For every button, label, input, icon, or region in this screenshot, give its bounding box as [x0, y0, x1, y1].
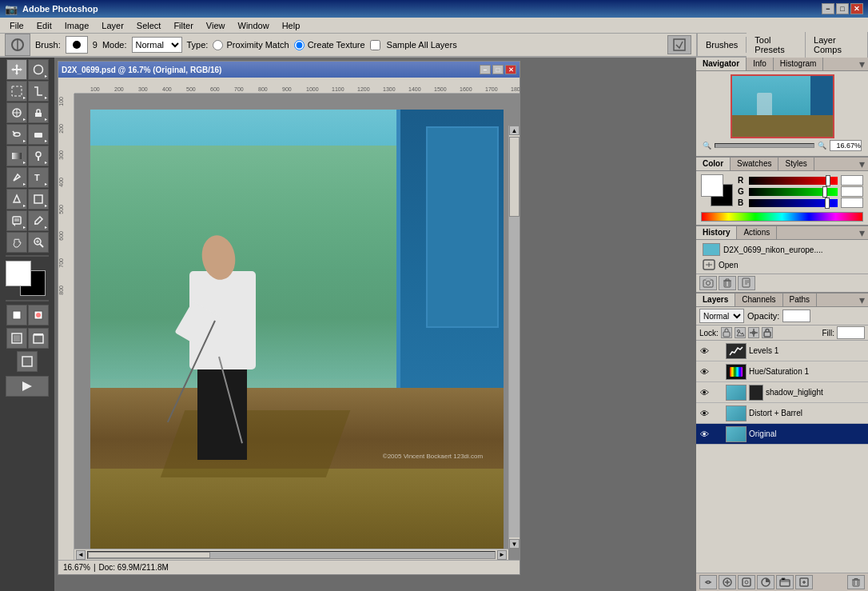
menu-select[interactable]: Select — [130, 19, 168, 32]
menu-window[interactable]: Window — [232, 19, 276, 32]
delete-layer-btn[interactable] — [847, 575, 865, 589]
add-style-btn[interactable] — [719, 575, 736, 589]
layer-eye-shadow[interactable]: 👁 — [699, 387, 710, 398]
fg-color-swatch[interactable] — [701, 174, 723, 197]
tool-healing-brush[interactable]: ▸ — [6, 102, 27, 123]
foreground-color[interactable] — [6, 261, 31, 286]
layer-levels-1[interactable]: 👁 Levels 1 — [696, 341, 868, 361]
normal-screen-btn[interactable] — [6, 328, 27, 349]
history-item-2[interactable]: Open — [699, 258, 865, 272]
v-scroll-thumb[interactable] — [509, 137, 520, 217]
tab-layers[interactable]: Layers — [696, 294, 735, 306]
full-screen-menu-btn[interactable] — [28, 328, 49, 349]
tool-path-select[interactable]: ▸ — [6, 189, 27, 210]
opacity-input[interactable]: 100% — [782, 309, 810, 322]
zoom-in-icon[interactable]: 🔍 — [818, 142, 826, 150]
tool-magic-wand[interactable]: ▸ — [6, 81, 27, 102]
add-adjustment-btn[interactable] — [757, 575, 774, 589]
scroll-right-btn[interactable]: ► — [497, 550, 507, 560]
new-group-btn[interactable] — [776, 575, 794, 589]
g-value[interactable]: 226 — [841, 186, 863, 197]
tab-histogram[interactable]: Histogram — [774, 58, 824, 70]
add-mask-btn[interactable] — [738, 575, 755, 589]
layer-original[interactable]: 👁 Original — [696, 424, 868, 445]
zoom-out-icon[interactable]: 🔍 — [703, 142, 711, 150]
zoom-slider[interactable] — [715, 143, 814, 148]
tool-text[interactable]: T ▸ — [28, 167, 49, 188]
menu-file[interactable]: File — [3, 19, 30, 32]
tool-gradient[interactable]: ▸ — [6, 146, 27, 166]
menu-filter[interactable]: Filter — [167, 19, 199, 32]
lock-transparent-btn[interactable] — [721, 327, 732, 338]
g-slider[interactable] — [749, 188, 838, 196]
link-layers-btn[interactable] — [699, 575, 717, 589]
horizontal-scrollbar[interactable]: ◄ ► — [74, 549, 508, 560]
layer-hue-saturation[interactable]: 👁 Hue/Saturation 1 — [696, 361, 868, 382]
doc-minimize-btn[interactable]: − — [480, 65, 491, 74]
b-slider[interactable] — [749, 199, 838, 207]
close-button[interactable]: ✕ — [850, 3, 863, 14]
doc-restore-btn[interactable]: □ — [492, 65, 504, 74]
menu-layer[interactable]: Layer — [95, 19, 130, 32]
tab-paths[interactable]: Paths — [783, 294, 818, 306]
brush-preview[interactable] — [66, 36, 88, 54]
tool-dodge[interactable]: ▸ — [28, 146, 49, 166]
new-snapshot-btn[interactable] — [699, 276, 717, 290]
r-slider[interactable] — [749, 177, 838, 185]
blend-mode-select[interactable]: Normal Multiply Screen — [699, 309, 744, 323]
maximize-button[interactable]: □ — [836, 3, 849, 14]
layer-eye-original[interactable]: 👁 — [699, 429, 710, 440]
tab-channels[interactable]: Channels — [735, 294, 782, 306]
tab-swatches[interactable]: Swatches — [731, 158, 778, 170]
tool-pen[interactable]: ▸ — [6, 167, 27, 188]
b-value[interactable]: 232 — [841, 198, 863, 208]
history-panel-menu[interactable]: ▾ — [777, 226, 868, 239]
h-scroll-thumb[interactable] — [88, 552, 210, 558]
tab-color[interactable]: Color — [696, 158, 731, 170]
tool-zoom[interactable] — [28, 232, 49, 253]
tool-lasso[interactable]: ▸ — [28, 59, 49, 80]
layer-eye-hue[interactable]: 👁 — [699, 366, 710, 377]
tab-info[interactable]: Info — [747, 58, 774, 70]
doc-close-btn[interactable]: ✕ — [505, 65, 516, 74]
layer-distort[interactable]: 👁 Distort + Barrel — [696, 403, 868, 424]
tool-hand[interactable] — [6, 232, 27, 253]
delete-state-btn[interactable] — [719, 276, 736, 290]
jump-to-imageready[interactable] — [6, 376, 49, 397]
scroll-left-btn[interactable]: ◄ — [76, 550, 86, 560]
tab-layer-comps[interactable]: Layer Comps — [806, 32, 868, 58]
zoom-value-input[interactable] — [830, 140, 862, 151]
vertical-scrollbar[interactable]: ▲ ▼ — [508, 126, 520, 549]
tab-navigator[interactable]: Navigator — [696, 58, 747, 70]
tool-eraser[interactable]: ▸ — [28, 124, 49, 145]
color-panel-menu[interactable]: ▾ — [814, 158, 868, 170]
tool-stamp[interactable]: ▸ — [28, 102, 49, 123]
lock-all-btn[interactable] — [762, 327, 773, 338]
tool-shape[interactable]: ▸ — [28, 189, 49, 210]
lock-position-btn[interactable] — [748, 327, 759, 338]
tool-crop[interactable]: ▸ — [28, 81, 49, 102]
color-swatches[interactable] — [6, 261, 49, 296]
menu-image[interactable]: Image — [58, 19, 96, 32]
tool-eyedropper[interactable]: ▸ — [28, 210, 49, 231]
tool-history-brush[interactable]: ▸ — [6, 124, 27, 145]
tab-actions[interactable]: Actions — [737, 226, 777, 239]
menu-edit[interactable]: Edit — [30, 19, 58, 32]
full-screen-btn[interactable] — [17, 351, 38, 372]
tool-notes[interactable]: ▸ — [6, 210, 27, 231]
tool-move[interactable] — [6, 59, 27, 80]
new-document-btn[interactable] — [738, 276, 755, 290]
r-value[interactable]: 233 — [841, 175, 863, 186]
layer-eye-levels[interactable]: 👁 — [699, 345, 710, 357]
mode-select[interactable]: Normal Replace Multiply — [132, 37, 182, 53]
layer-shadow[interactable]: 👁 shadow_higlight — [696, 382, 868, 403]
sample-all-layers-checkbox[interactable] — [370, 40, 380, 50]
quick-mask-btn[interactable] — [667, 35, 691, 54]
menu-view[interactable]: View — [200, 19, 232, 32]
history-item-1[interactable]: D2X_0699_nikon_europe.... — [699, 242, 865, 258]
tab-brushes[interactable]: Brushes — [698, 37, 747, 53]
lock-image-btn[interactable] — [735, 327, 746, 338]
tab-tool-presets[interactable]: Tool Presets — [747, 32, 806, 58]
layers-panel-menu[interactable]: ▾ — [817, 294, 868, 306]
quick-mask-mode-btn[interactable] — [28, 305, 49, 325]
